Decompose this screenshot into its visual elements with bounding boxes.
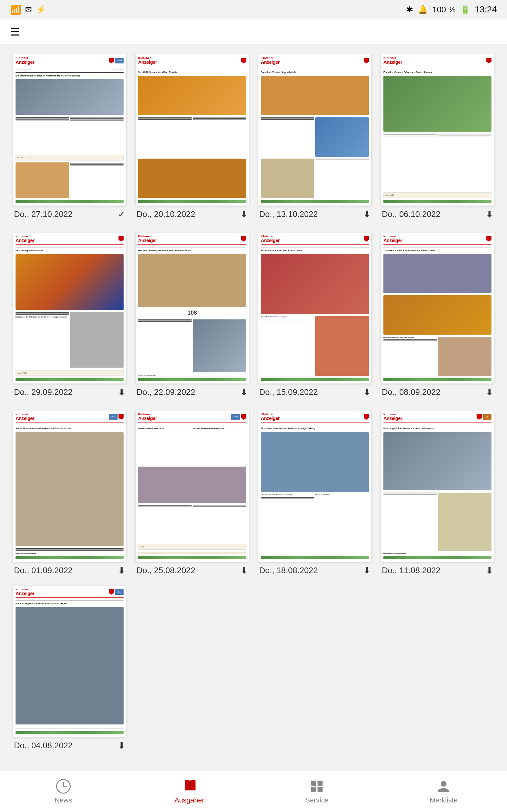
issues-grid-row3: Klotener Anzeiger schibli Sechs Personen… — [13, 410, 494, 576]
status-bar: 📶 ✉ ⚡ ✱ 🔔 100 % 🔋 13:24 — [0, 0, 507, 19]
status-bar-left: 📶 ✉ ⚡ — [10, 4, 46, 15]
issue-date: Do., 01.09.2022 — [14, 565, 72, 575]
issue-date: Do., 20.10.2022 — [136, 209, 195, 219]
download-icon[interactable]: ⬇ — [363, 387, 371, 397]
person-icon — [436, 779, 451, 794]
checkmark-icon: ✓ — [118, 209, 125, 219]
issue-cover[interactable]: Klotener Anzeiger So hilft Bollywood dem… — [135, 54, 249, 206]
svg-rect-6 — [318, 787, 323, 792]
issue-cover[interactable]: Klotener Anzeiger ◼ Kreuzung «Wilder Man… — [381, 410, 494, 562]
download-icon[interactable]: ⬇ — [118, 387, 125, 397]
hamburger-menu-button[interactable]: ☰ — [10, 26, 20, 38]
list-item[interactable]: Klotener Anzeiger So hilft Bollywood dem… — [135, 54, 249, 219]
svg-rect-5 — [311, 787, 316, 792]
svg-rect-1 — [190, 780, 195, 791]
nav-item-news[interactable]: News — [38, 779, 89, 804]
issue-date: Do., 04.08.2022 — [14, 741, 72, 751]
list-item[interactable]: Klotener Anzeiger Trotz Mehrkosten: Alle… — [381, 232, 494, 398]
list-item[interactable]: Klotener Anzeiger Hardwald-Polizeipatrou… — [135, 232, 249, 398]
svg-rect-3 — [311, 780, 316, 786]
nav-item-service[interactable]: Service — [291, 779, 342, 804]
issue-date: Do., 29.09.2022 — [14, 387, 72, 397]
issues-grid-row2: Klotener Anzeiger «Ich habe grosse Freud… — [13, 232, 494, 398]
download-icon[interactable]: ⬇ — [486, 387, 493, 397]
grid-icon — [309, 779, 324, 794]
svg-rect-4 — [318, 780, 323, 786]
list-item[interactable]: Klotener Anzeiger schibli Sechs Personen… — [13, 410, 126, 576]
download-icon[interactable]: ⬇ — [240, 209, 248, 219]
nav-label-ausgaben: Ausgaben — [174, 796, 206, 804]
issue-date: Do., 15.09.2022 — [259, 387, 318, 397]
issue-date: Do., 13.10.2022 — [259, 209, 318, 219]
issue-date: Do., 22.09.2022 — [136, 387, 195, 397]
nav-label-news: News — [55, 796, 72, 804]
issue-date: Do., 25.08.2022 — [136, 565, 195, 575]
nav-item-merkliste[interactable]: Merkliste — [418, 779, 469, 804]
issue-cover[interactable]: Klotener Anzeiger Trotz Mehrkosten: Alle… — [381, 232, 494, 384]
issue-cover[interactable]: Klotener Anzeiger schibli Innovationspre… — [13, 585, 126, 737]
download-icon[interactable]: ⬇ — [118, 740, 125, 751]
svg-rect-0 — [185, 780, 190, 791]
list-item[interactable]: Klotener Anzeiger schibli Amtliches Publ… — [13, 54, 126, 219]
list-item[interactable]: Klotener Anzeiger schibli Innovationspre… — [13, 585, 126, 751]
issue-cover[interactable]: Klotener Anzeiger Für jedes Klotener Bab… — [381, 54, 494, 206]
wifi-icon: 📶 — [10, 4, 21, 15]
nav-item-ausgaben[interactable]: Ausgaben — [165, 779, 216, 804]
bluetooth-icon: ✱ — [406, 5, 413, 14]
nav-label-service: Service — [305, 796, 328, 804]
issue-cover[interactable]: Klotener Anzeiger «Ich habe grosse Freud… — [13, 232, 126, 384]
issues-grid-row4: Klotener Anzeiger schibli Innovationspre… — [13, 585, 494, 751]
list-item[interactable]: Klotener Anzeiger Brennholz-Verkauf eing… — [258, 54, 372, 219]
bell-icon: 🔔 — [418, 5, 428, 14]
mail-icon: ✉ — [25, 5, 32, 14]
download-icon[interactable]: ⬇ — [240, 565, 248, 576]
top-bar: ☰ — [0, 19, 507, 44]
download-icon[interactable]: ⬇ — [363, 565, 371, 576]
book-icon — [183, 779, 198, 794]
bottom-navigation: News Ausgaben Service — [0, 771, 507, 812]
download-icon[interactable]: ⬇ — [240, 387, 248, 397]
list-item[interactable]: Klotener Anzeiger schibli Klotener Strom… — [135, 410, 249, 576]
issue-cover[interactable]: Klotener Anzeiger Hardwald-Polizeipatrou… — [135, 232, 249, 384]
usb-icon: ⚡ — [36, 5, 46, 14]
issue-cover[interactable]: Klotener Anzeiger schibli Amtliches Publ… — [13, 54, 126, 206]
issue-cover[interactable]: Klotener Anzeiger Elterntaxis: Permanent… — [258, 410, 372, 562]
status-bar-right: ✱ 🔔 100 % 🔋 13:24 — [406, 4, 497, 14]
svg-rect-2 — [189, 781, 191, 790]
issues-grid-row1: Klotener Anzeiger schibli Amtliches Publ… — [13, 54, 494, 219]
issue-cover[interactable]: Klotener Anzeiger Ein Finne solls beim E… — [258, 232, 372, 384]
battery-percent: 100 % — [432, 5, 456, 14]
issue-cover[interactable]: Klotener Anzeiger Brennholz-Verkauf eing… — [258, 54, 372, 206]
main-content: Klotener Anzeiger schibli Amtliches Publ… — [0, 44, 507, 808]
svg-point-7 — [441, 781, 447, 786]
issue-cover[interactable]: Klotener Anzeiger schibli Sechs Personen… — [13, 410, 126, 562]
list-item[interactable]: Klotener Anzeiger ◼ Kreuzung «Wilder Man… — [381, 410, 494, 576]
download-icon[interactable]: ⬇ — [118, 565, 125, 576]
download-icon[interactable]: ⬇ — [486, 209, 493, 219]
issue-date: Do., 08.09.2022 — [382, 387, 441, 397]
list-item[interactable]: Klotener Anzeiger Ein Finne solls beim E… — [258, 232, 372, 398]
issue-cover[interactable]: Klotener Anzeiger schibli Klotener Strom… — [135, 410, 249, 562]
list-item[interactable]: Klotener Anzeiger Für jedes Klotener Bab… — [381, 54, 494, 219]
list-item[interactable]: Klotener Anzeiger «Ich habe grosse Freud… — [13, 232, 126, 398]
issue-date: Do., 27.10.2022 — [14, 209, 72, 219]
download-icon[interactable]: ⬇ — [363, 209, 371, 219]
issue-date: Do., 18.08.2022 — [259, 565, 318, 575]
download-icon[interactable]: ⬇ — [486, 565, 493, 576]
clock-icon — [56, 779, 71, 794]
list-item[interactable]: Klotener Anzeiger Elterntaxis: Permanent… — [258, 410, 372, 576]
time-display: 13:24 — [475, 4, 497, 14]
issue-date: Do., 11.08.2022 — [382, 565, 441, 575]
nav-label-merkliste: Merkliste — [430, 796, 458, 804]
issue-date: Do., 06.10.2022 — [382, 209, 441, 219]
battery-icon: 🔋 — [460, 5, 470, 14]
